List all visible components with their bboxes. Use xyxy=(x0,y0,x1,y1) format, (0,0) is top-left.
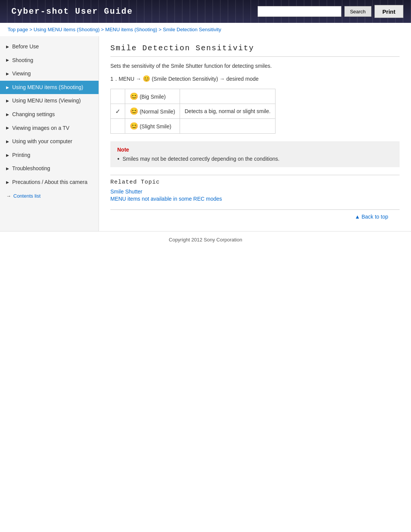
description-cell-2 xyxy=(180,119,276,134)
sidebar-item-changing-settings[interactable]: ▶ Changing settings xyxy=(0,108,99,121)
sidebar-label-5: Changing settings xyxy=(12,111,55,118)
normal-smile-label: (Normal Smile) xyxy=(140,109,175,115)
slight-smile-label: (Slight Smile) xyxy=(140,123,171,129)
normal-smile-icon: 😊 xyxy=(130,107,138,115)
note-box: Note Smiles may not be detected correctl… xyxy=(110,141,400,167)
description-cell-0 xyxy=(180,89,276,104)
breadcrumb-item-0[interactable]: Top page xyxy=(8,27,28,32)
sidebar-item-troubleshooting[interactable]: ▶ Troubleshooting xyxy=(0,162,99,176)
step-1: 1．MENU → 😊 (Smile Detection Sensitivity)… xyxy=(110,75,400,83)
footer: Copyright 2012 Sony Corporation xyxy=(0,231,411,248)
slight-smile-icon: 😊 xyxy=(130,122,138,130)
breadcrumb-sep-2: > xyxy=(159,27,163,32)
header: Cyber-shot User Guide Search Print xyxy=(0,0,411,23)
breadcrumb-sep-0: > xyxy=(29,27,33,32)
copyright: Copyright 2012 Sony Corporation xyxy=(169,237,242,243)
table-row-normal-smile: ✓ 😊 (Normal Smile) Detects a big, normal… xyxy=(111,104,276,119)
breadcrumb-item-3[interactable]: Smile Detection Sensitivity xyxy=(163,27,221,32)
search-input[interactable] xyxy=(258,6,341,17)
arrow-icon-5: ▶ xyxy=(6,112,9,117)
note-title: Note xyxy=(117,147,393,153)
big-smile-label: (Big Smile) xyxy=(140,94,166,100)
contents-list-label: Contents list xyxy=(13,193,41,199)
sidebar-label-9: Troubleshooting xyxy=(12,165,50,173)
sidebar-item-before-use[interactable]: ▶ Before Use xyxy=(0,40,99,54)
checkmark-cell-2 xyxy=(111,119,125,134)
arrow-icon-8: ▶ xyxy=(6,153,9,158)
sidebar-item-using-computer[interactable]: ▶ Using with your computer xyxy=(0,135,99,149)
sidebar-item-precautions[interactable]: ▶ Precautions / About this camera xyxy=(0,176,99,189)
checkmark-cell-1: ✓ xyxy=(111,104,125,119)
sidebar-label-8: Printing xyxy=(12,152,30,159)
breadcrumb-sep-1: > xyxy=(101,27,105,32)
arrow-icon-4: ▶ xyxy=(6,98,9,104)
related-link-menu-items[interactable]: MENU items not available in some REC mod… xyxy=(110,196,400,202)
arrow-icon-6: ▶ xyxy=(6,125,9,131)
related-topic-title: Related Topic xyxy=(110,179,400,185)
sidebar-label-4: Using MENU items (Viewing) xyxy=(12,97,81,105)
arrow-icon-0: ▶ xyxy=(6,44,9,50)
arrow-icon-7: ▶ xyxy=(6,139,9,144)
sidebar-item-shooting[interactable]: ▶ Shooting xyxy=(0,54,99,67)
arrow-icon-1: ▶ xyxy=(6,58,9,63)
arrow-icon-9: ▶ xyxy=(6,166,9,171)
sidebar-item-viewing-tv[interactable]: ▶ Viewing images on a TV xyxy=(0,121,99,135)
print-button[interactable]: Print xyxy=(374,5,403,18)
header-controls: Search Print xyxy=(258,5,411,18)
breadcrumb-item-2[interactable]: MENU items (Shooting) xyxy=(105,27,158,32)
breadcrumb-item-1[interactable]: Using MENU items (Shooting) xyxy=(33,27,99,32)
page-title: Smile Detection Sensitivity xyxy=(110,44,400,57)
note-item-0: Smiles may not be detected correctly dep… xyxy=(117,156,393,162)
sidebar: ▶ Before Use ▶ Shooting ▶ Viewing ▶ Usin… xyxy=(0,36,99,231)
smile-cell-0: 😊 (Big Smile) xyxy=(125,89,180,104)
related-topic-section: Related Topic Smile Shutter MENU items n… xyxy=(110,175,400,202)
sidebar-item-using-menu-shooting[interactable]: ▶ Using MENU items (Shooting) xyxy=(0,81,99,94)
arrow-icon-3: ▶ xyxy=(6,85,9,90)
sidebar-item-printing[interactable]: ▶ Printing xyxy=(0,149,99,162)
sidebar-label-2: Viewing xyxy=(12,70,31,78)
arrow-icon-2: ▶ xyxy=(6,71,9,77)
checkmark-cell-0 xyxy=(111,89,125,104)
smile-cell-1: 😊 (Normal Smile) xyxy=(125,104,180,119)
content-area: Smile Detection Sensitivity Sets the sen… xyxy=(99,36,411,231)
sidebar-label-0: Before Use xyxy=(12,43,39,51)
back-to-top-link[interactable]: Back to top xyxy=(355,214,388,220)
sidebar-label-3: Using MENU items (Shooting) xyxy=(12,84,83,91)
smile-table: 😊 (Big Smile) ✓ 😊 (Normal Smile) Detects… xyxy=(110,89,276,134)
description-cell-1: Detects a big, normal or slight smile. xyxy=(180,104,276,119)
table-row-big-smile: 😊 (Big Smile) xyxy=(111,89,276,104)
smile-cell-2: 😊 (Slight Smile) xyxy=(125,119,180,134)
sidebar-item-using-menu-viewing[interactable]: ▶ Using MENU items (Viewing) xyxy=(0,94,99,108)
big-smile-icon: 😊 xyxy=(130,93,138,100)
back-to-top-bar: Back to top xyxy=(110,209,400,224)
sidebar-label-7: Using with your computer xyxy=(12,138,72,145)
checkmark-icon: ✓ xyxy=(115,108,120,115)
arrow-icon-10: ▶ xyxy=(6,180,9,185)
breadcrumb: Top page > Using MENU items (Shooting) >… xyxy=(0,23,411,36)
note-content: Smiles may not be detected correctly dep… xyxy=(117,156,393,162)
sidebar-label-6: Viewing images on a TV xyxy=(12,125,69,132)
search-button[interactable]: Search xyxy=(344,6,371,17)
contents-list-link[interactable]: Contents list xyxy=(0,189,99,203)
description: Sets the sensitivity of the Smile Shutte… xyxy=(110,63,400,69)
main-layout: ▶ Before Use ▶ Shooting ▶ Viewing ▶ Usin… xyxy=(0,36,411,231)
related-link-smile-shutter[interactable]: Smile Shutter xyxy=(110,189,400,195)
sidebar-label-10: Precautions / About this camera xyxy=(12,179,88,186)
sidebar-item-viewing[interactable]: ▶ Viewing xyxy=(0,67,99,81)
table-row-slight-smile: 😊 (Slight Smile) xyxy=(111,119,276,134)
app-title: Cyber-shot User Guide xyxy=(0,7,133,16)
smile-icon-step: 😊 xyxy=(143,75,150,82)
sidebar-label-1: Shooting xyxy=(12,57,33,64)
